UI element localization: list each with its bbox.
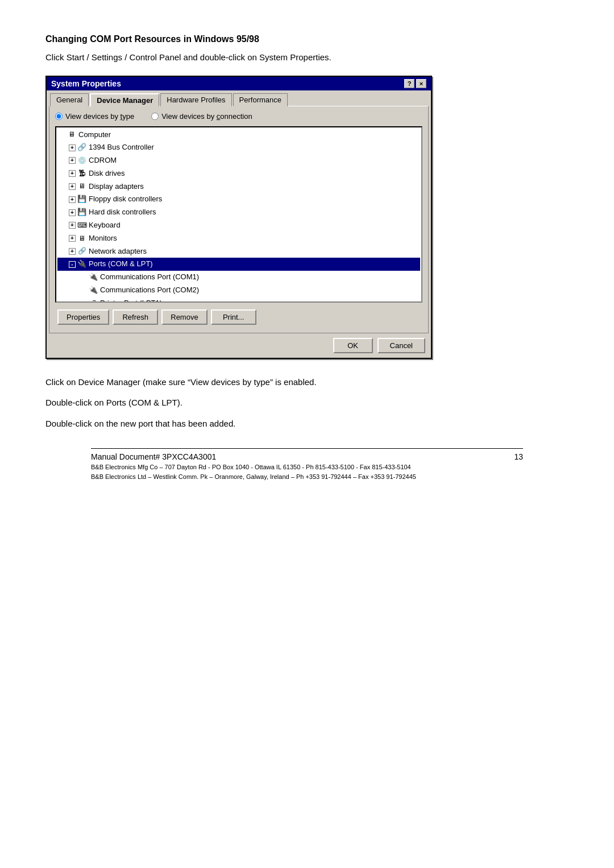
expander-placeholder-lpt1 xyxy=(80,300,87,302)
tree-item-com1[interactable]: 🔌 Communications Port (COM1) xyxy=(57,271,420,284)
tree-item-monitors[interactable]: + 🖥 Monitors xyxy=(57,232,420,245)
help-button[interactable]: ? xyxy=(404,79,414,88)
tree-label-floppy: Floppy disk controllers xyxy=(89,193,162,205)
expander-harddisk[interactable]: + xyxy=(69,209,76,216)
view-by-connection-label: View devices by connection xyxy=(161,112,252,121)
view-by-connection-radio[interactable] xyxy=(151,113,159,120)
tree-label-cdrom: CDROM xyxy=(89,155,117,167)
view-options: View devices by type View devices by con… xyxy=(55,112,422,121)
disk-icon: 🗜 xyxy=(77,169,86,178)
expander-placeholder xyxy=(59,131,65,138)
tree-label-diskdrives: Disk drives xyxy=(89,168,125,180)
properties-button[interactable]: Properties xyxy=(57,309,109,325)
view-by-connection-option[interactable]: View devices by connection xyxy=(151,112,252,121)
expander-diskdrives[interactable]: + xyxy=(69,170,76,177)
tree-label-network: Network adapters xyxy=(89,246,147,258)
view-by-type-radio[interactable] xyxy=(55,113,63,120)
expander-floppy[interactable]: + xyxy=(69,196,76,203)
harddisk-icon: 💾 xyxy=(77,208,86,217)
tree-label-display: Display adapters xyxy=(89,181,144,193)
tree-label-1394: 1394 Bus Controller xyxy=(89,142,154,154)
bottom-text-1: Click on Device Manager (make sure “View… xyxy=(45,376,569,389)
cancel-button[interactable]: Cancel xyxy=(377,338,425,353)
tree-item-cdrom[interactable]: + 💿 CDROM xyxy=(57,154,420,167)
system-properties-dialog: System Properties ? × General Device Man… xyxy=(45,76,432,359)
tab-performance[interactable]: Performance xyxy=(233,93,288,106)
tree-label-ports: Ports (COM & LPT) xyxy=(89,258,153,270)
ok-cancel-bar: OK Cancel xyxy=(47,333,431,358)
intro-text: Click Start / Settings / Control Panel a… xyxy=(45,51,569,64)
tree-item-keyboard[interactable]: + ⌨ Keyboard xyxy=(57,219,420,232)
close-button[interactable]: × xyxy=(416,79,426,88)
tree-item-floppy[interactable]: + 💾 Floppy disk controllers xyxy=(57,193,420,206)
ports-icon: 🔌 xyxy=(77,260,86,269)
expander-cdrom[interactable]: + xyxy=(69,157,76,164)
dialog-title: System Properties xyxy=(51,79,121,88)
page-number: 13 xyxy=(514,452,523,461)
page-title: Changing COM Port Resources in Windows 9… xyxy=(45,34,569,44)
tree-label-com1: Communications Port (COM1) xyxy=(100,271,199,283)
expander-network[interactable]: + xyxy=(69,248,76,255)
tree-item-computer[interactable]: 🖥 Computer xyxy=(57,129,420,142)
tab-hardware-profiles[interactable]: Hardware Profiles xyxy=(160,93,231,106)
tree-item-ports[interactable]: - 🔌 Ports (COM & LPT) xyxy=(57,258,420,271)
button-bar: Properties Refresh Remove Print... xyxy=(57,307,420,327)
bottom-text-3: Double-click on the new port that has be… xyxy=(45,418,569,431)
monitors-icon: 🖥 xyxy=(77,234,86,243)
floppy-icon: 💾 xyxy=(77,195,86,204)
tree-label-monitors: Monitors xyxy=(89,233,117,245)
tree-label-keyboard: Keyboard xyxy=(89,220,121,232)
tree-item-network[interactable]: + 🔗 Network adapters xyxy=(57,245,420,258)
tab-bar: General Device Manager Hardware Profiles… xyxy=(47,90,431,106)
expander-keyboard[interactable]: + xyxy=(69,222,76,229)
footer: Manual Document# 3PXCC4A3001 13 B&B Elec… xyxy=(91,448,523,481)
expander-placeholder-com2 xyxy=(80,287,87,294)
print-button[interactable]: Print... xyxy=(211,309,256,325)
footer-line-1: B&B Electronics Mfg Co – 707 Dayton Rd -… xyxy=(91,462,523,472)
doc-number: Manual Document# 3PXCC4A3001 xyxy=(91,452,216,461)
expander-placeholder-com1 xyxy=(80,274,87,281)
expander-display[interactable]: + xyxy=(69,183,76,190)
dialog-titlebar: System Properties ? × xyxy=(47,77,431,90)
com2-icon: 🔌 xyxy=(89,286,98,295)
expander-ports[interactable]: - xyxy=(69,261,76,268)
remove-button[interactable]: Remove xyxy=(161,309,207,325)
tab-device-manager[interactable]: Device Manager xyxy=(90,93,159,106)
expander-1394[interactable]: + xyxy=(69,144,76,151)
tab-general[interactable]: General xyxy=(50,93,89,106)
tree-item-lpt1[interactable]: 🖨 Printer Port (LPT1) xyxy=(57,297,420,303)
refresh-button[interactable]: Refresh xyxy=(113,309,158,325)
tree-item-harddisk[interactable]: + 💾 Hard disk controllers xyxy=(57,206,420,219)
tab-content: View devices by type View devices by con… xyxy=(49,106,429,333)
titlebar-buttons: ? × xyxy=(404,79,426,88)
footer-line-2: B&B Electronics Ltd – Westlink Comm. Pk … xyxy=(91,472,523,482)
com1-icon: 🔌 xyxy=(89,273,98,282)
tree-item-display[interactable]: + 🖥 Display adapters xyxy=(57,180,420,193)
bottom-text-2: Double-click on Ports (COM & LPT). xyxy=(45,396,569,410)
display-icon: 🖥 xyxy=(77,182,86,191)
expander-monitors[interactable]: + xyxy=(69,235,76,242)
view-by-type-option[interactable]: View devices by type xyxy=(55,112,134,121)
tree-label-com2: Communications Port (COM2) xyxy=(100,284,199,296)
ok-button[interactable]: OK xyxy=(333,338,373,353)
tree-item-diskdrives[interactable]: + 🗜 Disk drives xyxy=(57,167,420,180)
keyboard-icon: ⌨ xyxy=(77,221,86,230)
network-icon: 🔗 xyxy=(77,247,86,256)
tree-label-computer: Computer xyxy=(78,129,111,141)
footer-main: Manual Document# 3PXCC4A3001 13 xyxy=(91,452,523,461)
tree-item-1394[interactable]: + 🔗 1394 Bus Controller xyxy=(57,141,420,154)
tree-item-com2[interactable]: 🔌 Communications Port (COM2) xyxy=(57,284,420,297)
cdrom-icon: 💿 xyxy=(77,156,86,165)
view-by-type-label: View devices by type xyxy=(65,112,134,121)
lpt1-icon: 🖨 xyxy=(89,299,98,302)
computer-icon: 🖥 xyxy=(67,130,76,139)
device-tree[interactable]: 🖥 Computer + 🔗 1394 Bus Controller + 💿 C… xyxy=(55,126,422,303)
bus-icon: 🔗 xyxy=(77,143,86,152)
tree-label-lpt1: Printer Port (LPT1) xyxy=(100,297,162,303)
tree-label-harddisk: Hard disk controllers xyxy=(89,206,156,218)
